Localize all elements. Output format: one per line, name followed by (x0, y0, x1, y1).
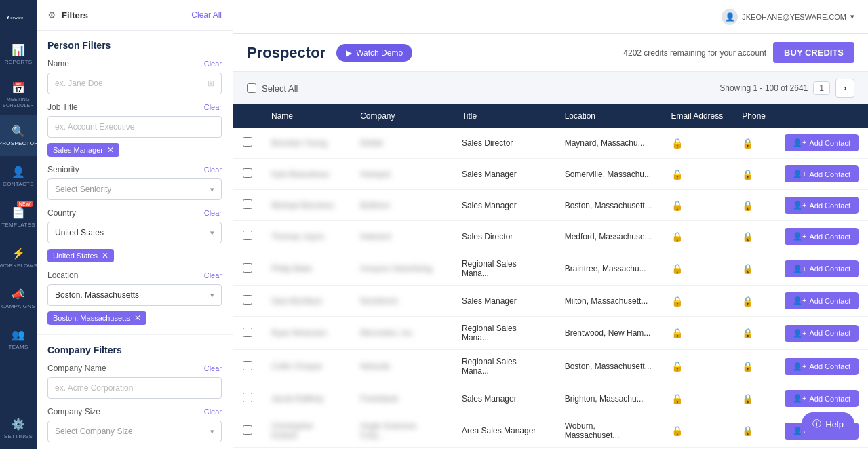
row-checkbox-cell[interactable] (233, 190, 262, 221)
buy-credits-button[interactable]: BUY CREDITS (773, 42, 854, 63)
row-checkbox[interactable] (243, 393, 252, 402)
contact-company: Microsites, Inc. (360, 328, 414, 338)
location-clear-button[interactable]: Clear (204, 271, 222, 279)
person-filters-section: Person Filters Name Clear ⊞ Job Title Cl… (37, 31, 233, 335)
email-col-header[interactable]: Email Address (662, 104, 733, 128)
add-contact-button[interactable]: 👤+ Add Contact (785, 390, 859, 407)
help-button[interactable]: ⓘ Help (802, 412, 854, 435)
company-size-field-header: Company Size Clear (47, 407, 222, 416)
row-title-cell: Regional Sales Mana... (452, 317, 555, 350)
row-company-cell: Hubspot (351, 159, 452, 190)
add-contact-button[interactable]: 👤+ Add Contact (785, 197, 859, 214)
phone-lock-icon: 🔒 (742, 393, 753, 404)
row-email-cell: 🔒 (662, 252, 733, 286)
add-contact-button[interactable]: 👤+ Add Contact (785, 358, 859, 375)
row-email-cell: 🔒 (662, 317, 733, 350)
add-contact-button[interactable]: 👤+ Add Contact (785, 260, 859, 277)
seniority-clear-button[interactable]: Clear (204, 165, 222, 174)
job-title-clear-button[interactable]: Clear (204, 103, 222, 111)
row-checkbox-cell[interactable] (233, 221, 262, 252)
row-checkbox-cell[interactable] (233, 383, 262, 414)
contact-name: Philip Baier (271, 264, 313, 273)
name-clear-button[interactable]: Clear (204, 60, 222, 68)
row-checkbox[interactable] (243, 199, 252, 209)
job-title-input[interactable] (55, 122, 214, 132)
row-checkbox-cell[interactable] (233, 159, 262, 190)
filters-label-group: ⚙ Filters (47, 9, 88, 20)
email-lock-icon: 🔒 (671, 231, 683, 242)
next-page-button[interactable]: › (835, 79, 854, 98)
sidebar-item-meeting-scheduler[interactable]: 📅 MEETINGSCHEDULER (0, 75, 37, 115)
name-col-header[interactable]: Name (262, 104, 351, 128)
company-size-clear-button[interactable]: Clear (204, 408, 222, 416)
row-location-cell: Brighton, Massachu... (555, 383, 662, 414)
row-checkbox[interactable] (243, 263, 252, 273)
name-input[interactable] (55, 79, 208, 88)
company-size-dropdown[interactable]: Select Company Size ▾ (47, 421, 222, 442)
company-name-input-wrapper[interactable] (47, 377, 222, 399)
row-checkbox-cell[interactable] (233, 286, 262, 317)
watch-demo-button[interactable]: ▶ Watch Demo (336, 44, 412, 62)
company-name-clear-button[interactable]: Clear (204, 364, 222, 372)
sidebar-item-campaigns[interactable]: 📣 CAMPAIGNS (0, 278, 37, 319)
sidebar-item-reports[interactable]: 📊 REPORTS (0, 34, 37, 75)
svg-text:Y: Y (6, 14, 10, 20)
add-contact-button[interactable]: 👤+ Add Contact (785, 228, 859, 245)
job-title-tag-remove[interactable]: ✕ (107, 146, 114, 154)
country-clear-button[interactable]: Clear (204, 209, 222, 217)
row-checkbox[interactable] (243, 425, 252, 435)
sidebar-item-prospector[interactable]: 🔍 PROSPECTOR (0, 115, 37, 156)
phone-lock-icon: 🔒 (742, 425, 753, 436)
data-table-area: Name Company Title Location Email Addres… (233, 104, 868, 449)
select-all-label: Select All (262, 83, 298, 94)
row-checkbox[interactable] (243, 137, 252, 147)
company-name-input[interactable] (55, 383, 214, 393)
job-title-input-wrapper[interactable] (47, 116, 222, 138)
name-input-wrapper[interactable]: ⊞ (47, 73, 222, 94)
row-company-cell: Microsites, Inc. (351, 317, 452, 350)
location-tag: Boston, Massachusetts ✕ (47, 311, 146, 325)
location-tag-remove[interactable]: ✕ (134, 314, 141, 322)
location-col-header[interactable]: Location (555, 104, 662, 128)
location-dropdown[interactable]: Boston, Massachusetts ▾ (47, 284, 222, 306)
country-dropdown[interactable]: United States ▾ (47, 222, 222, 243)
row-phone-cell: 🔒 (732, 350, 775, 383)
row-checkbox[interactable] (243, 168, 252, 178)
user-info[interactable]: 👤 JKEOHANE@YESWARE.COM ▾ (722, 9, 854, 25)
row-checkbox-cell[interactable] (233, 128, 262, 159)
row-checkbox[interactable] (243, 328, 252, 337)
seniority-dropdown[interactable]: Select Seniority ▾ (47, 178, 222, 200)
row-email-cell: 🔒 (662, 128, 733, 159)
row-checkbox-cell[interactable] (233, 414, 262, 448)
company-name-field-group: Company Name Clear (47, 364, 222, 399)
row-checkbox[interactable] (243, 295, 252, 305)
row-checkbox-cell[interactable] (233, 252, 262, 286)
select-all-checkbox[interactable] (247, 83, 256, 93)
title-col-header[interactable]: Title (452, 104, 555, 128)
row-checkbox-cell[interactable] (233, 350, 262, 383)
country-tag-remove[interactable]: ✕ (102, 252, 108, 260)
row-checkbox[interactable] (243, 361, 252, 370)
country-chevron-icon: ▾ (210, 229, 214, 237)
row-email-cell: 🔒 (662, 350, 733, 383)
add-contact-button[interactable]: 👤+ Add Contact (785, 165, 859, 182)
sidebar-item-templates[interactable]: 📄 TEMPLATES NEW (0, 197, 37, 237)
phone-col-header[interactable]: Phone (732, 104, 775, 128)
add-contact-button[interactable]: 👤+ Add Contact (785, 134, 859, 151)
sidebar-item-workflows[interactable]: ⚡ WORKFLOWS (0, 237, 37, 278)
add-contact-button[interactable]: 👤+ Add Contact (785, 292, 859, 309)
add-contact-button[interactable]: 👤+ Add Contact (785, 325, 859, 342)
clear-all-button[interactable]: Clear All (191, 10, 222, 20)
sidebar-item-teams[interactable]: 👥 TEAMS (0, 319, 37, 359)
help-circle-icon: ⓘ (812, 418, 821, 430)
sidebar-item-contacts[interactable]: 👤 CONTACTS (0, 156, 37, 197)
showing-text: Showing 1 - 100 of 2641 (719, 83, 808, 93)
row-checkbox[interactable] (243, 231, 252, 240)
app-logo[interactable]: Y esware (0, 0, 37, 34)
company-col-header[interactable]: Company (351, 104, 452, 128)
table-row: Kyle Beaudreau Hubspot Sales Manager Som… (233, 159, 868, 190)
email-lock-icon: 🔒 (671, 328, 683, 338)
contact-company: Netsuite (360, 362, 390, 371)
row-checkbox-cell[interactable] (233, 317, 262, 350)
sidebar-item-settings[interactable]: ⚙️ SETTINGS (0, 408, 37, 449)
